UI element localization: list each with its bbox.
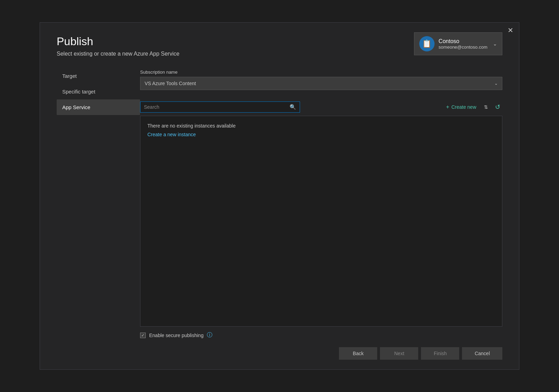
subscription-label: Subscription name [140,70,502,75]
cancel-button[interactable]: Cancel [462,347,502,360]
finish-button: Finish [421,347,459,360]
search-input[interactable] [144,104,290,110]
sort-icon [484,104,488,110]
create-new-label: Create new [451,104,476,110]
refresh-icon [495,104,500,110]
main-content: Subscription name VS Azure Tools Content… [140,65,502,342]
create-instance-link[interactable]: Create a new instance [147,132,196,137]
account-badge[interactable]: 📋 Contoso someone@contoso.com ⌄ [414,32,502,55]
close-button[interactable]: ✕ [508,27,513,34]
secure-publishing-label: Enable secure publishing [149,333,203,338]
secure-publishing-checkbox-wrap[interactable]: ✓ Enable secure publishing [140,333,203,338]
sort-button[interactable] [482,102,490,112]
sidebar-item-specific-target-label: Specific target [62,89,95,95]
next-button: Next [380,347,418,360]
sidebar: Target Specific target App Service [57,65,140,342]
dialog-footer: Back Next Finish Cancel [40,342,519,369]
account-info: Contoso someone@contoso.com [439,38,487,50]
subscription-dropdown[interactable]: VS Azure Tools Content ⌄ [140,77,502,90]
search-box[interactable]: 🔍 [140,101,300,113]
secure-publishing-checkbox[interactable]: ✓ [140,333,146,338]
sidebar-item-target[interactable]: Target [57,68,140,84]
checkmark-icon: ✓ [141,333,145,338]
refresh-button[interactable] [493,101,502,113]
sidebar-item-app-service-label: App Service [62,104,90,110]
info-icon[interactable]: ⓘ [207,332,212,339]
subscription-value: VS Azure Tools Content [145,81,196,86]
dialog-wrapper: ✕ 📋 Contoso someone@contoso.com ⌄ Publis… [0,0,559,392]
no-instances-text: There are no existing instances availabl… [147,123,495,129]
instances-panel: There are no existing instances availabl… [140,116,502,327]
subscription-section: Subscription name VS Azure Tools Content… [140,70,502,96]
account-name: Contoso [439,38,487,44]
back-button[interactable]: Back [339,347,377,360]
subscription-chevron-icon: ⌄ [494,81,498,86]
dialog-body: Target Specific target App Service Subsc… [40,65,519,342]
secure-publishing-section: ✓ Enable secure publishing ⓘ [140,332,502,339]
plus-icon: + [446,104,449,110]
sidebar-item-app-service[interactable]: App Service [57,99,140,115]
publish-dialog: ✕ 📋 Contoso someone@contoso.com ⌄ Publis… [40,22,519,370]
toolbar: 🔍 + Create new [140,101,502,113]
chevron-down-icon: ⌄ [493,41,497,47]
search-icon: 🔍 [290,104,296,110]
sidebar-item-specific-target[interactable]: Specific target [57,84,140,99]
account-email: someone@contoso.com [439,44,487,50]
account-section[interactable]: 📋 Contoso someone@contoso.com ⌄ [414,32,502,55]
sidebar-item-target-label: Target [62,73,77,79]
create-new-button[interactable]: + Create new [443,102,479,112]
avatar: 📋 [419,36,435,51]
